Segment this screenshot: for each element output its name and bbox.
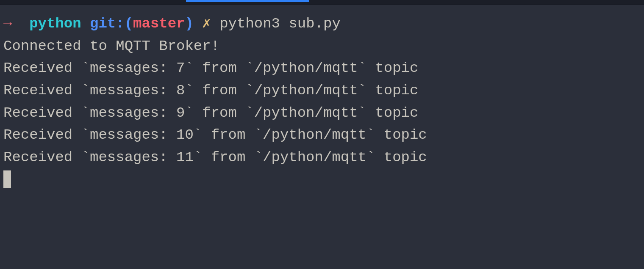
- terminal-body[interactable]: → python git:(master) ✗ python3 sub.py C…: [0, 5, 644, 192]
- prompt-git-label: git:: [90, 16, 125, 32]
- prompt-arrow-icon: →: [3, 16, 12, 32]
- prompt-git-branch: master: [133, 16, 185, 32]
- output-line: Received `messages: 7` from `/python/mqt…: [3, 57, 641, 80]
- output-line: Received `messages: 10` from `/python/mq…: [3, 124, 641, 146]
- output-line: Received `messages: 11` from `/python/mq…: [3, 146, 641, 169]
- prompt-git-paren-open: (: [125, 16, 133, 32]
- prompt-line: → python git:(master) ✗ python3 sub.py: [3, 13, 641, 35]
- prompt-dir: python: [29, 16, 81, 32]
- window-top-bar: [0, 0, 644, 5]
- output-line: Connected to MQTT Broker!: [3, 35, 641, 58]
- cursor-line: [3, 169, 641, 192]
- prompt-dirty-icon: ✗: [202, 16, 211, 32]
- prompt-command: python3 sub.py: [219, 16, 341, 32]
- prompt-git-paren-close: ): [185, 16, 194, 32]
- terminal-cursor-icon: [3, 170, 11, 188]
- output-line: Received `messages: 8` from `/python/mqt…: [3, 80, 641, 102]
- active-tab-indicator: [186, 0, 309, 2]
- output-line: Received `messages: 9` from `/python/mqt…: [3, 102, 641, 124]
